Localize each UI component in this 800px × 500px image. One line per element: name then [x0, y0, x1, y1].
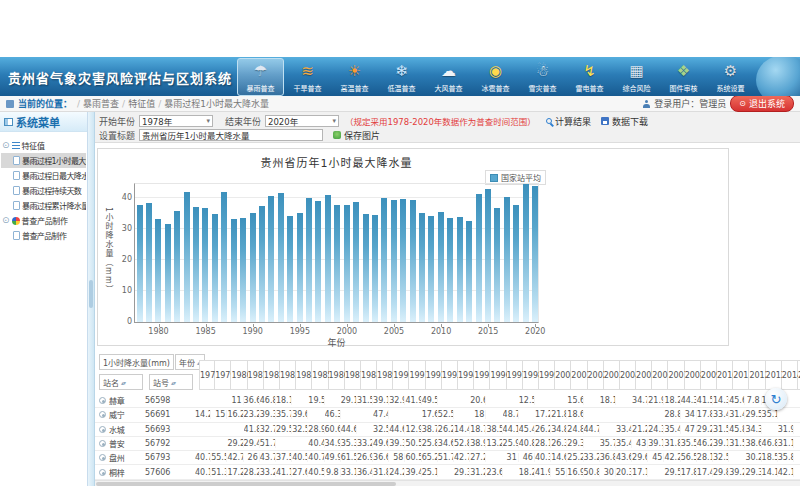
year-header-cell[interactable]: 2001	[571, 361, 587, 389]
breadcrumb-item[interactable]: 暴雨过程1小时最大降水量	[164, 97, 269, 110]
toolbar-item-settings[interactable]: ⚙系统设置	[707, 58, 754, 96]
row-expand-icon[interactable]	[99, 411, 106, 418]
station-id-header[interactable]: 站号 ▴▾	[149, 374, 193, 390]
menu-group[interactable]: ⊙特征值	[1, 138, 86, 153]
year-header-cell[interactable]: 2012	[749, 361, 765, 389]
year-header-cell[interactable]: 1986	[329, 361, 345, 389]
year-header-cell[interactable]: 2004	[620, 361, 636, 389]
year-header-cell[interactable]: 1992	[426, 361, 442, 389]
high-temp-icon: ☀	[332, 60, 377, 83]
year-header-cell[interactable]: 2002	[588, 361, 604, 389]
chart-bar	[381, 198, 387, 322]
toolbar-item-low-temp[interactable]: ❄低温普查	[378, 58, 425, 96]
globe-graphic	[756, 57, 800, 96]
toolbar-item-rainstorm[interactable]: ☂暴雨普查	[237, 58, 284, 96]
menu-group[interactable]: ⊙普查产品制作	[1, 213, 86, 228]
year-header-cell[interactable]: 1990	[393, 361, 409, 389]
toolbar-item-wind[interactable]: ☁大风普查	[425, 58, 472, 96]
save-image-button[interactable]: 保存图片	[333, 129, 380, 142]
splitter[interactable]	[88, 112, 95, 486]
year-header-cell[interactable]: 2003	[604, 361, 620, 389]
year-header-cell[interactable]: 1984	[296, 361, 312, 389]
toolbar-item-snow[interactable]: ☃雪灾普查	[519, 58, 566, 96]
year-header-cell[interactable]: 1993	[442, 361, 458, 389]
expand-icon[interactable]: ⊙	[2, 141, 10, 150]
chart-bar	[513, 205, 519, 322]
year-header-cell[interactable]: 2000	[555, 361, 571, 389]
year-header-cell[interactable]: 2008	[685, 361, 701, 389]
station-name-header[interactable]: 站名 ▴▾	[99, 374, 143, 390]
value-cell: 17.2	[227, 468, 243, 477]
year-header-cell[interactable]: 1996	[490, 361, 506, 389]
start-year-select[interactable]: 1978年 ▾	[139, 115, 213, 127]
menu-item[interactable]: 普查产品制作	[1, 228, 86, 243]
year-header-cell[interactable]: 1980	[231, 361, 247, 389]
year-header-cell[interactable]: 2011	[733, 361, 749, 389]
end-year-select[interactable]: 2020年 ▾	[265, 115, 339, 127]
logout-button[interactable]: ⊙ 退出系统	[730, 95, 794, 112]
menu-item[interactable]: 暴雨过程1小时最大降水量	[1, 153, 86, 168]
year-header-cell[interactable]: 2007	[668, 361, 684, 389]
year-header-cell[interactable]: 2005	[636, 361, 652, 389]
calc-result-button[interactable]: 计算结果	[546, 115, 591, 128]
year-header-cell[interactable]: 1985	[312, 361, 328, 389]
year-header-cell[interactable]: 2009	[701, 361, 717, 389]
logout-button-label: 退出系统	[749, 97, 785, 110]
year-header-cell[interactable]: 1999	[539, 361, 555, 389]
h-scrollbar[interactable]	[95, 480, 800, 486]
breadcrumb-item[interactable]: 暴雨普查	[83, 97, 119, 110]
year-header-cell[interactable]: 1989	[377, 361, 393, 389]
chart-bar	[410, 200, 416, 322]
y-tick-label: 20	[117, 255, 132, 264]
chart-bar	[363, 214, 369, 322]
value-cell: 46.8	[762, 439, 778, 448]
row-expand-icon[interactable]	[99, 397, 106, 404]
toolbar-item-drought[interactable]: ≋干旱普查	[284, 58, 331, 96]
year-header-cell[interactable]: 1981	[248, 361, 264, 389]
year-header-cell[interactable]: 1979	[215, 361, 231, 389]
year-header-cell[interactable]: 1983	[280, 361, 296, 389]
menu-item[interactable]: 暴雨过程日最大降水量	[1, 168, 86, 183]
year-header-cell[interactable]: 1998	[523, 361, 539, 389]
sort-icons[interactable]: ▴▾	[171, 379, 175, 386]
sort-icons[interactable]: ▴▾	[121, 379, 125, 386]
row-expand-icon[interactable]	[99, 440, 106, 447]
year-header-cell[interactable]: 1994	[458, 361, 474, 389]
scrollbar-thumb[interactable]	[96, 482, 396, 486]
value-cell: 42.7	[227, 453, 243, 462]
row-expand-icon[interactable]	[99, 469, 106, 476]
toolbar-item-comprehensive-risk[interactable]: ▦综合风险	[613, 58, 660, 96]
title-input[interactable]	[139, 129, 323, 141]
breadcrumb-item[interactable]: 特征值	[128, 97, 155, 110]
year-header-cell[interactable]: 1997	[507, 361, 523, 389]
year-header-cell[interactable]: 1978	[199, 361, 215, 389]
year-header-cell[interactable]: 1988	[361, 361, 377, 389]
expand-icon[interactable]: ⊙	[2, 216, 10, 225]
row-expand-icon[interactable]	[99, 454, 106, 461]
year-header-cell[interactable]: 1995	[474, 361, 490, 389]
toolbar-item-hail[interactable]: ◉冰雹普查	[472, 58, 519, 96]
toolbar-item-lightning[interactable]: ↯雷电普查	[566, 58, 613, 96]
year-header-cell[interactable]: 2014	[782, 361, 798, 389]
login-user-label: 登录用户：管理员	[654, 97, 726, 110]
value-cell: 39.2	[729, 468, 745, 477]
toolbar-item-label: 高温普查	[335, 84, 375, 94]
value-type-chip[interactable]: 1小时降水量(mm)	[99, 354, 174, 370]
x-tick-label: 1995	[288, 327, 312, 336]
year-header-cell[interactable]: 2010	[717, 361, 733, 389]
year-header-cell[interactable]: 1982	[264, 361, 280, 389]
floating-widget-button[interactable]: ↻	[765, 388, 787, 410]
year-header-cell[interactable]: 2013	[766, 361, 782, 389]
year-header-cell[interactable]: 1987	[345, 361, 361, 389]
row-expand-icon[interactable]	[99, 426, 106, 433]
chart-bar	[532, 186, 538, 322]
year-header-cell[interactable]: 2006	[652, 361, 668, 389]
menu-item[interactable]: 暴雨过程累计降水量	[1, 198, 86, 213]
toolbar-item-map-review[interactable]: ❖图件审核	[660, 58, 707, 96]
year-header-cell[interactable]: 1991	[409, 361, 425, 389]
splitter-handle[interactable]	[89, 280, 93, 308]
chart-bar	[485, 189, 491, 322]
toolbar-item-high-temp[interactable]: ☀高温普查	[331, 58, 378, 96]
data-download-button[interactable]: 数据下载	[601, 115, 648, 128]
menu-item[interactable]: 暴雨过程持续天数	[1, 183, 86, 198]
